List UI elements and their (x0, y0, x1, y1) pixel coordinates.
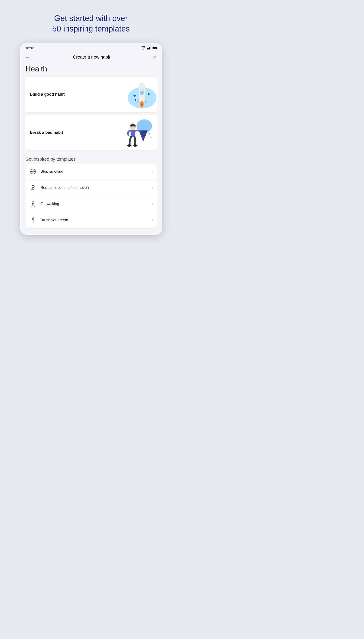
chevron-right-icon: › (152, 169, 153, 174)
chevron-right-icon: › (152, 201, 153, 206)
svg-rect-2 (149, 47, 150, 50)
status-icons (141, 46, 157, 50)
build-good-habit-label: Build a good habit (30, 92, 65, 97)
template-item-brush-teeth[interactable]: Brush your teeth › (26, 212, 157, 228)
status-time: 18:32 (26, 46, 34, 50)
template-item-reduce-alcohol[interactable]: Reduce alcohol consumption › (26, 180, 157, 196)
svg-point-15 (146, 127, 149, 130)
no-drinks-icon (29, 184, 37, 192)
svg-rect-3 (150, 46, 150, 50)
app-content: Health Build a good habit (20, 65, 162, 228)
chevron-right-icon: › (152, 218, 153, 222)
template-stop-smoking-label: Stop smoking (40, 169, 152, 174)
template-item-go-walking[interactable]: Go walking › (26, 196, 157, 212)
icecream-illustration (113, 117, 158, 148)
header-title: Create a new habit (73, 55, 110, 60)
template-go-walking-label: Go walking (40, 202, 152, 206)
no-smoking-icon (29, 168, 37, 175)
svg-rect-5 (138, 88, 145, 102)
battery-icon (152, 47, 157, 49)
svg-point-23 (148, 133, 150, 135)
rocket-illustration (113, 79, 158, 110)
svg-point-12 (148, 93, 150, 95)
template-item-stop-smoking[interactable]: Stop smoking › (26, 164, 157, 180)
template-reduce-alcohol-label: Reduce alcohol consumption (40, 185, 152, 190)
signal-icon (147, 46, 150, 50)
break-bad-habit-label: Break a bad habit (30, 130, 63, 135)
app-header: ← Create a new habit ✕ (20, 52, 162, 65)
svg-point-9 (141, 103, 143, 107)
promo-title: Get started with over 50 inspiring templ… (39, 13, 143, 34)
cards-container: Build a good habit (24, 77, 158, 150)
svg-rect-28 (34, 171, 34, 172)
section-heading-health: Health (24, 65, 158, 73)
walking-icon (29, 200, 37, 208)
build-good-habit-card[interactable]: Build a good habit (24, 77, 158, 112)
toothbrush-icon (29, 216, 37, 224)
templates-section: Get inspired by templates (24, 157, 158, 228)
templates-heading: Get inspired by templates (26, 157, 157, 162)
svg-point-21 (127, 144, 132, 147)
chevron-right-icon: › (152, 185, 153, 190)
status-bar: 18:32 (20, 43, 162, 52)
template-brush-teeth-label: Brush your teeth (40, 218, 152, 222)
wifi-icon (141, 46, 146, 50)
svg-point-10 (134, 95, 136, 97)
svg-rect-0 (147, 48, 148, 50)
phone-frame: 18:32 ← Create a new habit (20, 43, 162, 235)
close-button[interactable]: ✕ (152, 54, 158, 61)
svg-point-24 (150, 136, 152, 138)
svg-point-11 (134, 99, 136, 101)
svg-point-7 (140, 91, 144, 95)
template-list: Stop smoking › (26, 164, 157, 228)
svg-point-22 (133, 144, 138, 147)
back-button[interactable]: ← (24, 54, 31, 61)
svg-rect-1 (148, 48, 148, 50)
break-bad-habit-card[interactable]: Break a bad habit (24, 115, 158, 150)
